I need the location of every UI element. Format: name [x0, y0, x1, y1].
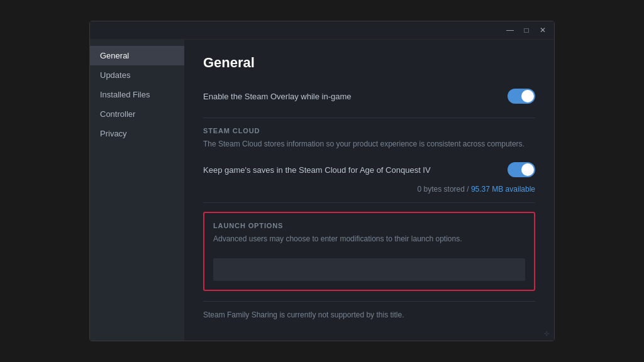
steam-cloud-title: STEAM CLOUD: [203, 127, 535, 134]
titlebar: — □ ✕: [90, 21, 554, 40]
maximize-button[interactable]: □: [521, 25, 531, 35]
launch-options-title: LAUNCH OPTIONS: [213, 222, 525, 229]
launch-options-input[interactable]: [213, 258, 525, 281]
cloud-saves-label: Keep game's saves in the Steam Cloud for…: [203, 165, 431, 175]
storage-available: 95.37 MB available: [471, 185, 535, 194]
steam-cloud-section: STEAM CLOUD The Steam Cloud stores infor…: [203, 127, 535, 194]
divider-1: [203, 118, 535, 118]
launch-options-box: LAUNCH OPTIONS Advanced users may choose…: [203, 212, 535, 291]
launch-options-desc: Advanced users may choose to enter modif…: [213, 233, 525, 244]
steam-cloud-desc: The Steam Cloud stores information so yo…: [203, 138, 535, 150]
main-window: — □ ✕ General Updates Installed Files Co…: [89, 21, 555, 341]
content-area: General Enable the Steam Overlay while i…: [184, 40, 554, 341]
divider-2: [203, 202, 535, 203]
overlay-label: Enable the Steam Overlay while in-game: [203, 92, 352, 101]
storage-info: 0 bytes stored / 95.37 MB available: [203, 185, 535, 194]
sidebar-item-updates[interactable]: Updates: [90, 65, 184, 85]
storage-text: 0 bytes stored /: [418, 185, 471, 194]
resize-handle[interactable]: ⊹: [544, 331, 549, 337]
sidebar-item-general[interactable]: General: [90, 46, 184, 65]
cloud-saves-row: Keep game's saves in the Steam Cloud for…: [203, 157, 535, 182]
sidebar-item-privacy[interactable]: Privacy: [90, 124, 184, 143]
minimize-button[interactable]: —: [505, 25, 515, 35]
window-body: General Updates Installed Files Controll…: [90, 40, 554, 341]
sidebar-item-installed-files[interactable]: Installed Files: [90, 85, 184, 104]
cloud-saves-toggle[interactable]: [508, 162, 535, 177]
page-title: General: [203, 55, 535, 71]
overlay-setting-row: Enable the Steam Overlay while in-game: [203, 84, 535, 109]
close-button[interactable]: ✕: [538, 25, 548, 35]
family-sharing-note: Steam Family Sharing is currently not su…: [203, 301, 535, 319]
sidebar-item-controller[interactable]: Controller: [90, 104, 184, 124]
overlay-toggle[interactable]: [508, 89, 535, 104]
sidebar: General Updates Installed Files Controll…: [90, 40, 184, 341]
